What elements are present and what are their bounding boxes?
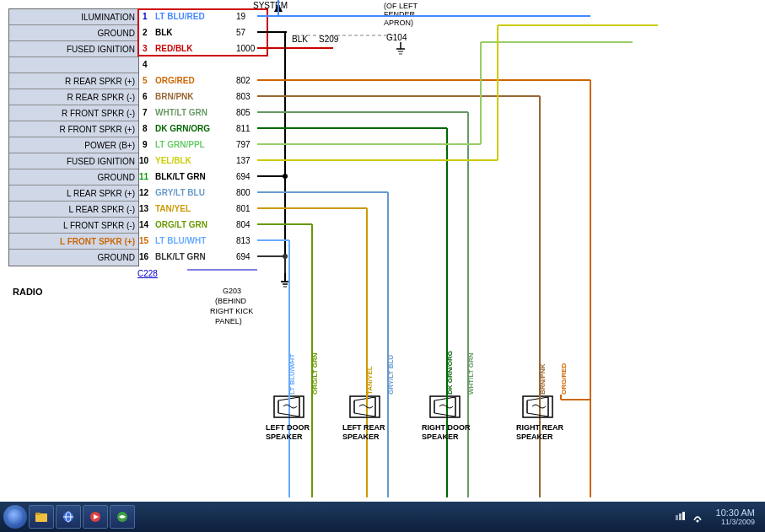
svg-text:BRN/PNK: BRN/PNK: [539, 363, 547, 395]
connector-box: ILUMINATION GROUND FUSED IGNITION R REAR…: [8, 8, 139, 266]
svg-text:804: 804: [236, 220, 251, 229]
svg-text:ORG/RED: ORG/RED: [155, 76, 195, 85]
svg-text:DK GRN/ORG: DK GRN/ORG: [155, 124, 210, 133]
svg-text:BLK: BLK: [292, 35, 308, 44]
connector-row-fused1: FUSED IGNITION: [9, 41, 138, 57]
svg-text:694: 694: [236, 172, 251, 181]
svg-rect-157: [679, 513, 681, 520]
svg-text:PANEL): PANEL): [215, 317, 242, 325]
svg-text:SPEAKER: SPEAKER: [422, 433, 459, 441]
svg-text:1000: 1000: [236, 44, 256, 53]
svg-text:15: 15: [139, 236, 149, 245]
svg-text:5: 5: [143, 76, 148, 85]
svg-line-125: [527, 413, 548, 416]
svg-text:RIGHT REAR: RIGHT REAR: [516, 423, 564, 432]
connector-row-r-front-neg: R FRONT SPKR (-): [9, 105, 138, 121]
svg-text:803: 803: [236, 92, 251, 101]
svg-text:1: 1: [143, 12, 148, 21]
svg-line-117: [434, 397, 455, 400]
svg-text:TAN/YEL: TAN/YEL: [155, 204, 191, 213]
svg-text:800: 800: [236, 188, 251, 197]
svg-text:YEL/BLK: YEL/BLK: [155, 156, 192, 165]
svg-text:8: 8: [143, 124, 148, 133]
svg-text:801: 801: [236, 204, 251, 213]
taskbar-green-button[interactable]: [110, 505, 135, 529]
svg-text:BLK/LT GRN: BLK/LT GRN: [155, 252, 206, 261]
svg-text:57: 57: [236, 28, 246, 37]
svg-text:WHT/LT GRN: WHT/LT GRN: [155, 108, 207, 117]
svg-text:LT GRN/PPL: LT GRN/PPL: [155, 140, 205, 149]
svg-text:ORG/RED: ORG/RED: [560, 363, 568, 395]
svg-text:TAN/YEL: TAN/YEL: [366, 366, 374, 395]
svg-text:3: 3: [143, 44, 148, 53]
svg-text:LEFT REAR: LEFT REAR: [342, 423, 385, 432]
svg-point-95: [283, 254, 288, 259]
radio-label: RADIO: [13, 287, 42, 297]
svg-line-111: [354, 413, 375, 416]
system-tray: [671, 510, 708, 524]
svg-text:12: 12: [139, 188, 149, 197]
connector-row-l-front-neg: L FRONT SPKR (-): [9, 218, 138, 234]
svg-text:SPEAKER: SPEAKER: [266, 433, 303, 441]
svg-line-104: [278, 413, 299, 416]
svg-text:WHT/LT GRN: WHT/LT GRN: [467, 352, 475, 395]
svg-text:11: 11: [139, 172, 149, 181]
svg-text:14: 14: [139, 220, 149, 229]
svg-line-103: [278, 397, 299, 400]
svg-rect-102: [274, 396, 304, 417]
connector-row-l-front-pos: L FRONT SPKR (+): [9, 234, 138, 250]
svg-text:FENDER: FENDER: [384, 10, 416, 19]
svg-text:9: 9: [143, 140, 148, 149]
svg-text:ORG/LT GRN: ORG/LT GRN: [311, 352, 319, 395]
svg-text:RED/BLK: RED/BLK: [155, 44, 193, 53]
connector-row-empty: [9, 57, 138, 73]
connector-row-l-rear-pos: L REAR SPKR (+): [9, 185, 138, 202]
svg-text:19: 19: [236, 12, 246, 21]
svg-text:LT BLU/WHT: LT BLU/WHT: [155, 236, 206, 245]
svg-rect-109: [350, 396, 380, 417]
svg-text:(OF LEFT: (OF LEFT: [384, 2, 418, 10]
connector-row-r-front-pos: R FRONT SPKR (+): [9, 121, 138, 137]
taskbar: 10:30 AM 11/3/2009: [0, 502, 765, 532]
svg-text:LT BLU/WHT: LT BLU/WHT: [288, 354, 296, 395]
taskbar-ie-button[interactable]: [56, 505, 81, 529]
svg-text:ORG/LT GRN: ORG/LT GRN: [155, 220, 207, 229]
red-highlight-box: [137, 8, 268, 56]
svg-rect-123: [523, 396, 552, 417]
svg-rect-156: [676, 515, 678, 520]
svg-text:802: 802: [236, 76, 251, 85]
svg-text:DK GRN/ORG: DK GRN/ORG: [446, 351, 454, 395]
svg-line-118: [434, 413, 455, 416]
svg-text:LT BLU/RED: LT BLU/RED: [155, 12, 205, 21]
svg-text:BRN/PNK: BRN/PNK: [155, 92, 194, 101]
svg-text:BLK: BLK: [155, 28, 173, 37]
taskbar-folder-button[interactable]: [29, 505, 54, 529]
connector-row-fused2: FUSED IGNITION: [9, 153, 138, 169]
svg-text:694: 694: [236, 252, 251, 261]
connector-row-power: POWER (B+): [9, 137, 138, 153]
svg-text:13: 13: [139, 204, 149, 213]
svg-text:LEFT DOOR: LEFT DOOR: [266, 423, 310, 432]
start-button[interactable]: [3, 505, 27, 529]
connector-row-ground2: GROUND: [9, 169, 138, 185]
taskbar-media-button[interactable]: [83, 505, 108, 529]
svg-text:RIGHT DOOR: RIGHT DOOR: [422, 423, 471, 432]
svg-text:SYSTEM: SYSTEM: [253, 1, 288, 10]
svg-rect-116: [430, 396, 460, 417]
svg-text:805: 805: [236, 108, 251, 117]
connector-row-ilumination: ILUMINATION: [9, 9, 138, 25]
svg-text:GRY/LT BLU: GRY/LT BLU: [155, 188, 205, 197]
svg-rect-158: [682, 512, 685, 520]
svg-text:797: 797: [236, 140, 251, 149]
svg-point-92: [283, 174, 288, 179]
svg-line-124: [527, 397, 548, 400]
svg-text:G104: G104: [386, 33, 407, 42]
svg-rect-149: [35, 513, 40, 515]
svg-text:RIGHT KICK: RIGHT KICK: [210, 307, 253, 315]
connector-row-r-rear-pos: R REAR SPKR (+): [9, 73, 138, 89]
svg-marker-47: [274, 3, 283, 12]
connector-row-r-rear-neg: R REAR SPKR (-): [9, 89, 138, 105]
svg-text:4: 4: [143, 60, 148, 69]
connector-row-ground3: GROUND: [9, 250, 138, 266]
svg-text:SPEAKER: SPEAKER: [342, 433, 380, 441]
